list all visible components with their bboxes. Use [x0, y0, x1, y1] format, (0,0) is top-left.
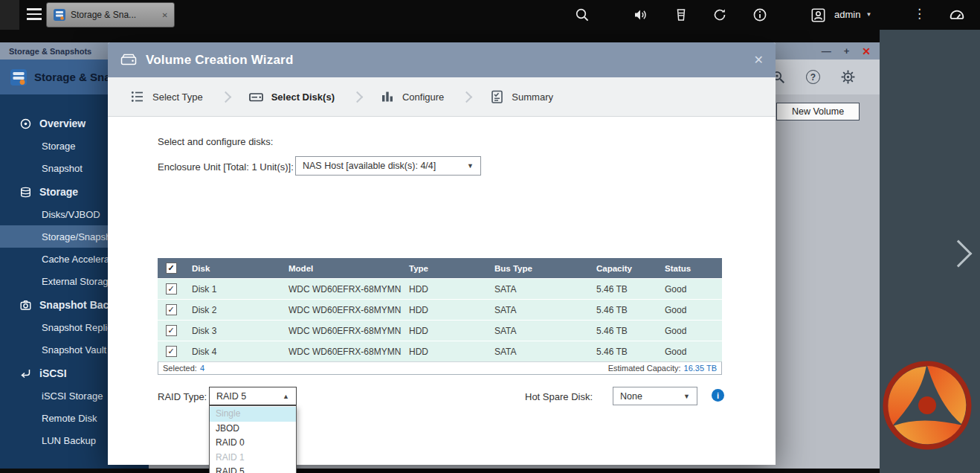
cell-status: Good — [657, 326, 722, 336]
main-menu-button[interactable] — [27, 8, 42, 23]
search-button[interactable] — [575, 7, 590, 22]
raid-option[interactable]: RAID 1 — [210, 451, 296, 466]
estimated-capacity-value: 16.35 TB — [684, 364, 717, 373]
check-icon: ✓ — [167, 284, 174, 294]
table-row[interactable]: ✓ Disk 4 WDC WD60EFRX-68MYMN... HDD SATA… — [158, 341, 722, 361]
screen: Storage & Sna... ✕ — [0, 0, 980, 473]
dialog-title: Volume Creation Wizard — [146, 53, 294, 68]
enclosure-unit-select[interactable]: NAS Host [available disk(s): 4/4] ▼ — [295, 156, 481, 176]
cell-capacity: 5.46 TB — [589, 326, 657, 336]
background-tasks-button[interactable] — [674, 7, 689, 22]
more-options-button[interactable]: ⋮ — [913, 6, 926, 22]
column-header-status: Status — [657, 264, 722, 273]
user-icon — [810, 7, 826, 23]
sidebar-item-label: Disks/VJBOD — [42, 209, 100, 220]
row-checkbox[interactable]: ✓ — [166, 346, 177, 357]
cell-status: Good — [657, 347, 722, 357]
disk-table-header: ✓ Disk Model Type Bus Type Capacity Stat… — [158, 258, 722, 278]
app-tab[interactable]: Storage & Sna... ✕ — [46, 2, 175, 28]
table-row[interactable]: ✓ Disk 2 WDC WD60EFRX-68MYMN... HDD SATA… — [158, 299, 722, 320]
cell-disk: Disk 1 — [184, 284, 281, 295]
user-button[interactable] — [810, 7, 825, 22]
dialog-close-icon[interactable]: ✕ — [754, 53, 764, 67]
help-button[interactable]: ? — [806, 70, 820, 84]
cell-model: WDC WD60EFRX-68MYMN... — [281, 305, 402, 315]
dashboard-button[interactable] — [949, 7, 964, 22]
volume-button[interactable] — [633, 7, 648, 22]
cell-capacity: 5.46 TB — [589, 305, 657, 315]
table-row[interactable]: ✓ Disk 3 WDC WD60EFRX-68MYMN... HDD SATA… — [158, 320, 722, 341]
hot-spare-info-icon[interactable]: i — [712, 389, 724, 402]
raid-option[interactable]: RAID 0 — [210, 436, 296, 451]
table-row[interactable]: ✓ Disk 1 WDC WD60EFRX-68MYMN... HDD SATA… — [158, 278, 722, 299]
admin-label: admin — [834, 9, 860, 20]
column-header-type: Type — [402, 264, 487, 273]
cell-model: WDC WD60EFRX-68MYMN... — [281, 326, 402, 336]
row-checkbox[interactable]: ✓ — [166, 304, 177, 315]
tab-close-icon[interactable]: ✕ — [162, 11, 168, 19]
row-checkbox[interactable]: ✓ — [166, 283, 177, 295]
volume-creation-wizard-dialog: Volume Creation Wizard ✕ Select Type Sel… — [108, 42, 776, 465]
raid-type-value: RAID 5 — [216, 391, 246, 402]
cell-disk: Disk 4 — [184, 347, 281, 357]
step-separator-icon — [352, 91, 364, 103]
step-select-type: Select Type — [130, 89, 203, 104]
cell-bus: SATA — [487, 347, 589, 357]
topbar: Storage & Sna... ✕ — [0, 0, 980, 30]
window-close-button[interactable]: ✕ — [862, 45, 871, 57]
check-icon: ✓ — [167, 263, 174, 273]
raid-type-dropdown: Single JBOD RAID 0 RAID 1 RAID 5 RAID 6 … — [209, 405, 297, 473]
topbar-corner — [0, 0, 19, 30]
bars-icon — [380, 89, 395, 104]
iscsi-arrow-icon — [19, 367, 32, 380]
sidebar-item-label: Storage — [42, 141, 76, 152]
circular-arrows-icon — [712, 7, 727, 22]
settings-gear-button[interactable] — [840, 69, 856, 85]
raid-option[interactable]: JBOD — [210, 422, 296, 437]
cell-type: HDD — [402, 347, 487, 357]
raid-type-select[interactable]: RAID 5 ▲ — [209, 387, 297, 405]
info-icon — [752, 7, 767, 22]
list-icon — [130, 89, 145, 104]
cell-bus: SATA — [487, 305, 589, 315]
check-icon: ✓ — [167, 305, 174, 315]
window-title: Storage & Snapshots — [9, 47, 91, 56]
chevron-right-icon[interactable] — [945, 240, 973, 268]
column-header-capacity: Capacity — [589, 264, 657, 273]
enclosure-unit-value: NAS Host [available disk(s): 4/4] — [303, 161, 436, 171]
sidebar-item-label: iSCSI Storage — [42, 390, 103, 402]
chevron-down-icon: ▼ — [467, 162, 474, 170]
cell-model: WDC WD60EFRX-68MYMN... — [281, 284, 402, 295]
row-checkbox[interactable]: ✓ — [166, 325, 177, 336]
hot-spare-value: None — [620, 391, 642, 402]
notifications-button[interactable] — [752, 7, 767, 22]
cell-model: WDC WD60EFRX-68MYMN... — [281, 347, 402, 357]
chevron-down-icon: ▼ — [865, 11, 871, 18]
new-volume-button[interactable]: New Volume — [776, 103, 860, 120]
sidebar-item-label: iSCSI — [39, 367, 67, 379]
select-all-checkbox[interactable]: ✓ — [166, 263, 177, 274]
cell-disk: Disk 3 — [184, 326, 281, 336]
cell-capacity: 5.46 TB — [589, 284, 657, 295]
storage-icon — [19, 186, 32, 199]
recycle-button[interactable] — [712, 7, 727, 22]
raid-option[interactable]: Single — [210, 407, 296, 422]
selected-label: Selected: — [163, 364, 197, 373]
raid-option[interactable]: RAID 5 — [210, 465, 296, 473]
sidebar-item-label: Snapshot Vault — [42, 344, 106, 355]
tab-label: Storage & Sna... — [71, 10, 136, 20]
enclosure-unit-label: Enclosure Unit [Total: 1 Unit(s)]: — [158, 161, 294, 173]
gauge-icon — [949, 7, 965, 24]
maximize-button[interactable]: + — [844, 45, 850, 57]
cell-disk: Disk 2 — [184, 305, 281, 315]
cell-status: Good — [657, 284, 722, 295]
hot-spare-select[interactable]: None ▼ — [613, 387, 697, 405]
admin-menu[interactable]: admin ▼ — [834, 9, 871, 20]
minimize-button[interactable]: — — [822, 45, 831, 57]
storage-snapshots-app-icon — [9, 68, 28, 87]
storage-app-icon — [53, 8, 66, 22]
column-header-model: Model — [281, 264, 402, 273]
sidebar-item-label: Snapshot Replica — [42, 322, 117, 333]
step-summary: Summary — [489, 89, 553, 104]
desktop-background — [880, 30, 980, 473]
